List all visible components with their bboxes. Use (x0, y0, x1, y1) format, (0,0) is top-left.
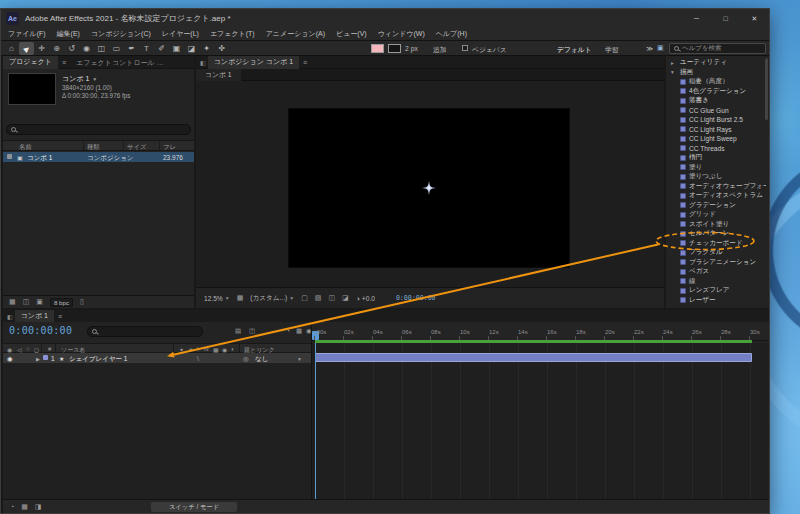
bezier-path-checkbox[interactable] (462, 45, 468, 51)
toggle-switches-modes-button[interactable]: スイッチ / モード (151, 502, 237, 512)
menu-item[interactable]: 編集(E) (57, 29, 80, 39)
transparency-grid-icon[interactable]: ▨ (315, 294, 322, 302)
composition-viewport[interactable] (196, 81, 664, 287)
shape-tool[interactable]: ▭ (109, 42, 124, 55)
close-button[interactable]: ✕ (740, 9, 769, 28)
column-type[interactable]: 種類 (87, 143, 100, 152)
menu-item[interactable]: ビュー(V) (336, 29, 367, 39)
pan-behind-tool[interactable]: ◫ (94, 42, 109, 55)
grid-guides-icon[interactable]: ▦ (237, 294, 244, 302)
effect-item[interactable]: 塗り (666, 163, 766, 173)
tab-composition[interactable]: コンポジション コンポ 1 (208, 56, 299, 69)
region-of-interest-icon[interactable]: ▢ (301, 294, 308, 302)
pixel-aspect-icon[interactable]: ◪ (342, 294, 349, 302)
puppet-tool[interactable]: ✜ (214, 42, 229, 55)
tab-effect-controls[interactable]: エフェクトコントロール シェイプ... (70, 56, 174, 69)
effect-item[interactable]: オーディオウェーブフォーム (666, 182, 766, 192)
fill-color-swatch[interactable] (371, 44, 384, 53)
column-framerate[interactable]: フレ (163, 143, 176, 152)
workspace-overflow-button[interactable]: ≫ (646, 45, 653, 53)
effect-item[interactable]: グラデーション (666, 201, 766, 211)
tab-timeline-comp[interactable]: コンポ 1 (15, 310, 54, 323)
layer-row[interactable]: ◉ ▶ 1 ★ シェイプレイヤー 1 \ ◎ なし ▼ (3, 353, 311, 363)
work-area-bar[interactable] (315, 340, 752, 343)
quality-switch-icon[interactable]: \ (197, 355, 199, 362)
project-search-input[interactable] (6, 124, 191, 135)
effect-item[interactable]: 稲妻（高度） (666, 77, 766, 87)
zoom-tool[interactable]: ⊕ (49, 42, 64, 55)
menu-item[interactable]: ファイル(F) (8, 29, 46, 39)
layer-number-header[interactable]: # (48, 346, 51, 352)
timeline-timecode[interactable]: 0:00:00:00 (9, 325, 72, 336)
exposure-control[interactable]: ◑+0.0 (356, 295, 375, 302)
orbit-camera-tool[interactable]: ↺ (64, 42, 79, 55)
workspace-tab-learn[interactable]: 学習 (605, 45, 619, 55)
stroke-width-label[interactable]: 2 px (405, 45, 418, 52)
panel-menu-icon[interactable]: ≡ (62, 59, 66, 66)
menu-item[interactable]: レイヤー(L) (162, 29, 199, 39)
effect-item[interactable]: スポイト塗り (666, 220, 766, 230)
layer-visibility-icon[interactable]: ◉ (7, 355, 13, 363)
workspace-panel-icon[interactable]: ▣ (657, 44, 664, 52)
menu-item[interactable]: ヘルプ(H) (436, 29, 467, 39)
composition-timecode[interactable]: 0:00:00:00 (396, 294, 436, 302)
expand-layer-switches-icon[interactable]: ◔ (10, 503, 14, 510)
help-search-input[interactable]: ヘルプを検索 (669, 43, 766, 54)
menu-item[interactable]: アニメーション(A) (266, 29, 325, 39)
menu-item[interactable]: ウィンドウ(W) (378, 29, 425, 39)
magnification-dropdown[interactable]: 12.5%▼ (204, 295, 230, 302)
roto-brush-tool[interactable]: ✦ (199, 42, 214, 55)
selection-tool[interactable]: ▶ (19, 42, 34, 55)
resolution-dropdown[interactable]: (カスタム...)▼ (250, 294, 294, 303)
home-tool[interactable]: ⌂ (4, 42, 19, 55)
shy-layers-toggle-icon[interactable]: ◔ (286, 327, 290, 334)
maximize-button[interactable]: □ (711, 9, 740, 28)
effect-item[interactable]: CC Glue Gun (666, 106, 766, 116)
camera-view-icon[interactable]: ◫ (328, 294, 335, 302)
panel-menu-icon[interactable]: ≡ (303, 59, 307, 66)
project-comp-name[interactable]: コンポ 1▼ (62, 74, 97, 84)
effect-item[interactable]: 4色グラデーション (666, 87, 766, 97)
table-row[interactable]: ▣ コンポ 1 コンポジション 23.976 (3, 152, 194, 162)
new-folder-icon[interactable]: ◫ (23, 298, 30, 306)
layer-name[interactable]: シェイプレイヤー 1 (69, 355, 128, 364)
effect-item[interactable]: チェッカーボード (666, 239, 766, 249)
viewer-tab[interactable]: コンポ 1 (196, 69, 241, 81)
frame-blend-toggle-icon[interactable]: ▦ (296, 327, 302, 335)
expand-transfer-controls-icon[interactable]: ▦ (21, 503, 28, 511)
effect-item[interactable]: CC Threads (666, 144, 766, 154)
effect-item[interactable]: CC Light Rays (666, 125, 766, 135)
stroke-color-swatch[interactable] (388, 44, 401, 53)
menu-item[interactable]: コンポジション(C) (91, 29, 151, 39)
expand-in-out-icon[interactable]: ◨ (35, 503, 42, 511)
parent-dropdown[interactable]: なし (255, 355, 268, 364)
column-name[interactable]: 名前 (19, 143, 32, 152)
timeline-search-input[interactable] (87, 326, 203, 337)
effect-item[interactable]: CC Light Sweep (666, 134, 766, 144)
rotation-tool[interactable]: ◉ (79, 42, 94, 55)
project-bit-depth[interactable]: 8 bpc (50, 298, 73, 307)
layer-duration-bar[interactable] (315, 353, 752, 362)
scrollbar[interactable] (765, 58, 768, 120)
effect-item[interactable]: ベガス (666, 267, 766, 277)
effects-category[interactable]: ▸ユーティリティ (666, 58, 766, 68)
timeline-divider[interactable] (311, 322, 312, 499)
effect-item[interactable]: 楕円 (666, 153, 766, 163)
effect-item[interactable]: 塗りつぶし (666, 172, 766, 182)
label-color-chip[interactable] (7, 154, 12, 159)
pen-tool[interactable]: ✒ (124, 42, 139, 55)
column-size[interactable]: サイズ (127, 143, 146, 152)
type-tool[interactable]: T (139, 42, 154, 55)
workspace-tab-default[interactable]: デフォルト (557, 45, 592, 55)
draft-3d-icon[interactable]: ◫ (249, 327, 255, 335)
clone-stamp-tool[interactable]: ▣ (169, 42, 184, 55)
layer-expander-icon[interactable]: ▶ (36, 356, 40, 362)
effect-item[interactable]: フラクタル (666, 248, 766, 258)
minimize-button[interactable]: ─ (682, 9, 711, 28)
eraser-tool[interactable]: ◪ (184, 42, 199, 55)
title-bar[interactable]: Ae Adobe After Effects 2021 - 名称未設定プロジェク… (1, 9, 769, 28)
new-composition-icon[interactable]: ▣ (36, 298, 43, 306)
panel-menu-icon[interactable]: ≡ (58, 313, 62, 320)
menu-item[interactable]: エフェクト(T) (210, 29, 255, 39)
composition-mini-flowchart-icon[interactable]: ▤ (235, 327, 241, 335)
